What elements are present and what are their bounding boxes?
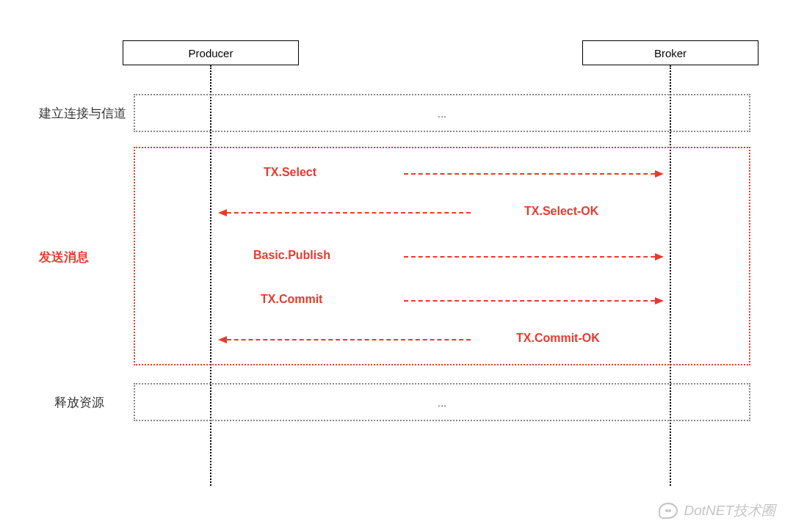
msg-tx-select-ok-label: TX.Select-OK xyxy=(524,205,598,218)
actor-producer: Producer xyxy=(123,40,299,65)
msg-basic-publish-label: Basic.Publish xyxy=(253,249,330,262)
msg-tx-commit-ok-arrow xyxy=(220,339,471,340)
watermark-text: DotNET技术圈 xyxy=(684,501,775,520)
sequence-diagram: Producer Broker ... 建立连接与信道 发送消息 TX.Sele… xyxy=(0,0,793,532)
actor-broker-label: Broker xyxy=(654,47,687,59)
msg-tx-commit-ok-label: TX.Commit-OK xyxy=(516,332,600,345)
msg-tx-select-arrow xyxy=(404,173,662,175)
phase-connect-placeholder: ... xyxy=(438,107,447,120)
msg-tx-commit-arrow xyxy=(404,300,662,302)
actor-broker: Broker xyxy=(582,40,758,65)
msg-tx-select-label: TX.Select xyxy=(264,166,316,179)
phase-release-placeholder: ... xyxy=(438,396,447,409)
chat-bubble-icon xyxy=(659,503,678,519)
actor-producer-label: Producer xyxy=(189,47,233,59)
phase-release-label: 释放资源 xyxy=(54,394,104,411)
phase-send-label: 发送消息 xyxy=(39,249,89,266)
phase-release-box: ... xyxy=(134,383,750,421)
phase-connect-box: ... xyxy=(134,94,750,132)
msg-tx-commit-label: TX.Commit xyxy=(261,293,322,306)
watermark: DotNET技术圈 xyxy=(659,501,775,520)
msg-tx-select-ok-arrow xyxy=(220,212,471,214)
msg-basic-publish-arrow xyxy=(404,256,662,258)
phase-connect-label: 建立连接与信道 xyxy=(39,105,126,122)
